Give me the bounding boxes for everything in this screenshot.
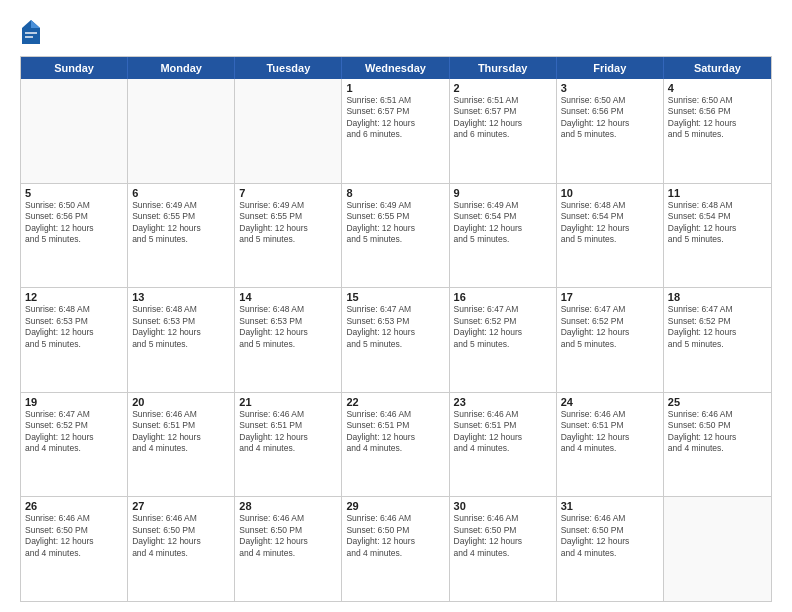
day-number: 20: [132, 396, 230, 408]
day-info: Sunrise: 6:49 AM Sunset: 6:55 PM Dayligh…: [239, 200, 337, 246]
day-info: Sunrise: 6:46 AM Sunset: 6:50 PM Dayligh…: [132, 513, 230, 559]
calendar-cell: 27Sunrise: 6:46 AM Sunset: 6:50 PM Dayli…: [128, 497, 235, 601]
svg-marker-1: [31, 20, 40, 28]
day-info: Sunrise: 6:46 AM Sunset: 6:50 PM Dayligh…: [25, 513, 123, 559]
day-info: Sunrise: 6:48 AM Sunset: 6:54 PM Dayligh…: [561, 200, 659, 246]
day-info: Sunrise: 6:49 AM Sunset: 6:55 PM Dayligh…: [132, 200, 230, 246]
svg-rect-3: [25, 36, 33, 38]
calendar-cell: 6Sunrise: 6:49 AM Sunset: 6:55 PM Daylig…: [128, 184, 235, 288]
day-number: 23: [454, 396, 552, 408]
calendar-cell: 5Sunrise: 6:50 AM Sunset: 6:56 PM Daylig…: [21, 184, 128, 288]
day-info: Sunrise: 6:48 AM Sunset: 6:53 PM Dayligh…: [25, 304, 123, 350]
day-number: 27: [132, 500, 230, 512]
day-info: Sunrise: 6:46 AM Sunset: 6:51 PM Dayligh…: [561, 409, 659, 455]
day-number: 6: [132, 187, 230, 199]
calendar-cell: 20Sunrise: 6:46 AM Sunset: 6:51 PM Dayli…: [128, 393, 235, 497]
page: SundayMondayTuesdayWednesdayThursdayFrid…: [0, 0, 792, 612]
calendar-cell: 11Sunrise: 6:48 AM Sunset: 6:54 PM Dayli…: [664, 184, 771, 288]
day-number: 14: [239, 291, 337, 303]
calendar-cell: 17Sunrise: 6:47 AM Sunset: 6:52 PM Dayli…: [557, 288, 664, 392]
calendar-cell: 25Sunrise: 6:46 AM Sunset: 6:50 PM Dayli…: [664, 393, 771, 497]
calendar-cell: 2Sunrise: 6:51 AM Sunset: 6:57 PM Daylig…: [450, 79, 557, 183]
day-number: 15: [346, 291, 444, 303]
calendar-cell: 26Sunrise: 6:46 AM Sunset: 6:50 PM Dayli…: [21, 497, 128, 601]
day-number: 29: [346, 500, 444, 512]
day-number: 22: [346, 396, 444, 408]
day-info: Sunrise: 6:50 AM Sunset: 6:56 PM Dayligh…: [25, 200, 123, 246]
calendar-cell: 16Sunrise: 6:47 AM Sunset: 6:52 PM Dayli…: [450, 288, 557, 392]
day-info: Sunrise: 6:46 AM Sunset: 6:51 PM Dayligh…: [132, 409, 230, 455]
calendar-cell: [128, 79, 235, 183]
calendar-cell: 29Sunrise: 6:46 AM Sunset: 6:50 PM Dayli…: [342, 497, 449, 601]
logo: [20, 18, 46, 46]
calendar-body: 1Sunrise: 6:51 AM Sunset: 6:57 PM Daylig…: [21, 79, 771, 601]
calendar-header: SundayMondayTuesdayWednesdayThursdayFrid…: [21, 57, 771, 79]
calendar-week-row: 12Sunrise: 6:48 AM Sunset: 6:53 PM Dayli…: [21, 288, 771, 393]
day-info: Sunrise: 6:46 AM Sunset: 6:50 PM Dayligh…: [668, 409, 767, 455]
day-info: Sunrise: 6:48 AM Sunset: 6:53 PM Dayligh…: [132, 304, 230, 350]
day-number: 28: [239, 500, 337, 512]
calendar-cell: 31Sunrise: 6:46 AM Sunset: 6:50 PM Dayli…: [557, 497, 664, 601]
day-info: Sunrise: 6:46 AM Sunset: 6:51 PM Dayligh…: [239, 409, 337, 455]
calendar-cell: [664, 497, 771, 601]
calendar-cell: 28Sunrise: 6:46 AM Sunset: 6:50 PM Dayli…: [235, 497, 342, 601]
calendar-week-row: 1Sunrise: 6:51 AM Sunset: 6:57 PM Daylig…: [21, 79, 771, 184]
day-info: Sunrise: 6:46 AM Sunset: 6:50 PM Dayligh…: [561, 513, 659, 559]
weekday-header: Friday: [557, 57, 664, 79]
day-info: Sunrise: 6:50 AM Sunset: 6:56 PM Dayligh…: [668, 95, 767, 141]
calendar-cell: 15Sunrise: 6:47 AM Sunset: 6:53 PM Dayli…: [342, 288, 449, 392]
day-info: Sunrise: 6:46 AM Sunset: 6:50 PM Dayligh…: [454, 513, 552, 559]
day-number: 11: [668, 187, 767, 199]
calendar-cell: 1Sunrise: 6:51 AM Sunset: 6:57 PM Daylig…: [342, 79, 449, 183]
weekday-header: Sunday: [21, 57, 128, 79]
day-info: Sunrise: 6:47 AM Sunset: 6:52 PM Dayligh…: [668, 304, 767, 350]
day-info: Sunrise: 6:49 AM Sunset: 6:55 PM Dayligh…: [346, 200, 444, 246]
day-info: Sunrise: 6:46 AM Sunset: 6:51 PM Dayligh…: [346, 409, 444, 455]
calendar-week-row: 19Sunrise: 6:47 AM Sunset: 6:52 PM Dayli…: [21, 393, 771, 498]
weekday-header: Saturday: [664, 57, 771, 79]
day-number: 7: [239, 187, 337, 199]
weekday-header: Monday: [128, 57, 235, 79]
calendar-cell: 23Sunrise: 6:46 AM Sunset: 6:51 PM Dayli…: [450, 393, 557, 497]
day-info: Sunrise: 6:51 AM Sunset: 6:57 PM Dayligh…: [346, 95, 444, 141]
calendar-cell: 30Sunrise: 6:46 AM Sunset: 6:50 PM Dayli…: [450, 497, 557, 601]
day-number: 1: [346, 82, 444, 94]
calendar-cell: 18Sunrise: 6:47 AM Sunset: 6:52 PM Dayli…: [664, 288, 771, 392]
day-number: 5: [25, 187, 123, 199]
calendar-cell: 9Sunrise: 6:49 AM Sunset: 6:54 PM Daylig…: [450, 184, 557, 288]
calendar-cell: 24Sunrise: 6:46 AM Sunset: 6:51 PM Dayli…: [557, 393, 664, 497]
day-info: Sunrise: 6:50 AM Sunset: 6:56 PM Dayligh…: [561, 95, 659, 141]
day-info: Sunrise: 6:46 AM Sunset: 6:50 PM Dayligh…: [239, 513, 337, 559]
day-info: Sunrise: 6:46 AM Sunset: 6:50 PM Dayligh…: [346, 513, 444, 559]
day-number: 9: [454, 187, 552, 199]
weekday-header: Thursday: [450, 57, 557, 79]
day-number: 25: [668, 396, 767, 408]
day-info: Sunrise: 6:46 AM Sunset: 6:51 PM Dayligh…: [454, 409, 552, 455]
day-number: 31: [561, 500, 659, 512]
calendar-cell: 3Sunrise: 6:50 AM Sunset: 6:56 PM Daylig…: [557, 79, 664, 183]
day-number: 8: [346, 187, 444, 199]
day-number: 16: [454, 291, 552, 303]
calendar-cell: [21, 79, 128, 183]
day-info: Sunrise: 6:47 AM Sunset: 6:53 PM Dayligh…: [346, 304, 444, 350]
calendar-week-row: 5Sunrise: 6:50 AM Sunset: 6:56 PM Daylig…: [21, 184, 771, 289]
calendar-cell: 4Sunrise: 6:50 AM Sunset: 6:56 PM Daylig…: [664, 79, 771, 183]
weekday-header: Tuesday: [235, 57, 342, 79]
calendar-cell: 22Sunrise: 6:46 AM Sunset: 6:51 PM Dayli…: [342, 393, 449, 497]
day-number: 24: [561, 396, 659, 408]
day-number: 21: [239, 396, 337, 408]
calendar-cell: [235, 79, 342, 183]
day-number: 4: [668, 82, 767, 94]
calendar-cell: 19Sunrise: 6:47 AM Sunset: 6:52 PM Dayli…: [21, 393, 128, 497]
day-number: 13: [132, 291, 230, 303]
calendar-cell: 8Sunrise: 6:49 AM Sunset: 6:55 PM Daylig…: [342, 184, 449, 288]
day-number: 10: [561, 187, 659, 199]
calendar-cell: 14Sunrise: 6:48 AM Sunset: 6:53 PM Dayli…: [235, 288, 342, 392]
day-number: 18: [668, 291, 767, 303]
calendar-cell: 7Sunrise: 6:49 AM Sunset: 6:55 PM Daylig…: [235, 184, 342, 288]
calendar-week-row: 26Sunrise: 6:46 AM Sunset: 6:50 PM Dayli…: [21, 497, 771, 601]
day-number: 30: [454, 500, 552, 512]
calendar-cell: 10Sunrise: 6:48 AM Sunset: 6:54 PM Dayli…: [557, 184, 664, 288]
day-info: Sunrise: 6:48 AM Sunset: 6:53 PM Dayligh…: [239, 304, 337, 350]
day-info: Sunrise: 6:47 AM Sunset: 6:52 PM Dayligh…: [561, 304, 659, 350]
